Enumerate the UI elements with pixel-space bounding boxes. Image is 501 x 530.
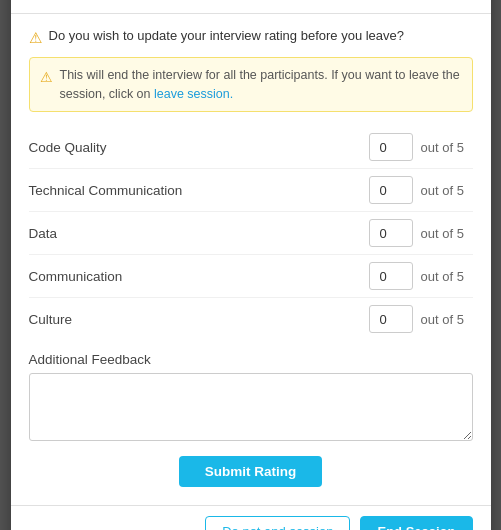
warning-banner: ⚠ This will end the interview for all th… — [29, 57, 473, 113]
rating-label-4: Culture — [29, 312, 369, 327]
rating-input-1[interactable] — [369, 176, 413, 204]
info-banner: ⚠ Do you wish to update your interview r… — [29, 28, 473, 47]
modal-header: End Session × — [11, 0, 491, 14]
leave-session-link[interactable]: leave session. — [154, 87, 233, 101]
rating-input-3[interactable] — [369, 262, 413, 290]
rating-max-1: out of 5 — [421, 183, 473, 198]
rating-row: Data out of 5 — [29, 212, 473, 255]
end-session-footer-button[interactable]: End Session — [360, 516, 472, 530]
rating-label-1: Technical Communication — [29, 183, 369, 198]
warning-icon: ⚠ — [40, 67, 53, 88]
rating-label-3: Communication — [29, 269, 369, 284]
modal-body: ⚠ Do you wish to update your interview r… — [11, 14, 491, 506]
modal-title: End Session — [29, 0, 131, 3]
warning-text: This will end the interview for all the … — [60, 66, 462, 104]
rating-label-0: Code Quality — [29, 140, 369, 155]
modal: End Session × ⚠ Do you wish to update yo… — [11, 0, 491, 530]
rating-max-3: out of 5 — [421, 269, 473, 284]
info-message: Do you wish to update your interview rat… — [49, 28, 405, 43]
rating-max-4: out of 5 — [421, 312, 473, 327]
rating-row: Communication out of 5 — [29, 255, 473, 298]
submit-rating-button[interactable]: Submit Rating — [179, 456, 323, 487]
rating-input-0[interactable] — [369, 133, 413, 161]
ratings-list: Code Quality out of 5 Technical Communic… — [29, 126, 473, 340]
rating-label-2: Data — [29, 226, 369, 241]
rating-row: Code Quality out of 5 — [29, 126, 473, 169]
rating-input-2[interactable] — [369, 219, 413, 247]
rating-row: Culture out of 5 — [29, 298, 473, 340]
rating-max-0: out of 5 — [421, 140, 473, 155]
rating-input-4[interactable] — [369, 305, 413, 333]
info-warning-icon: ⚠ — [29, 29, 42, 47]
do-not-end-button[interactable]: Do not end session — [205, 516, 350, 530]
rating-row: Technical Communication out of 5 — [29, 169, 473, 212]
modal-footer: Do not end session End Session — [11, 505, 491, 530]
close-button[interactable]: × — [458, 0, 473, 2]
feedback-textarea[interactable] — [29, 373, 473, 441]
additional-feedback-label: Additional Feedback — [29, 352, 473, 367]
rating-max-2: out of 5 — [421, 226, 473, 241]
submit-row: Submit Rating — [29, 456, 473, 487]
